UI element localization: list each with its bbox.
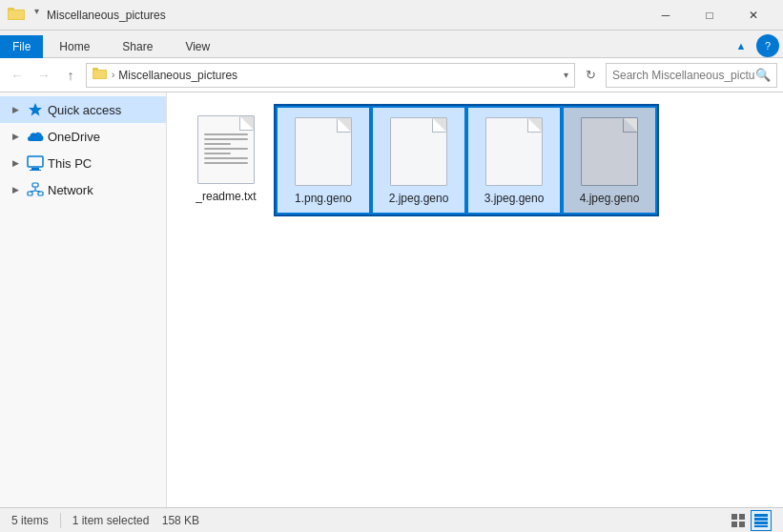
back-button[interactable]: ← <box>6 64 29 87</box>
address-dropdown-icon[interactable]: ▾ <box>564 70 568 80</box>
sidebar-item-label-onedrive: OneDrive <box>48 130 100 144</box>
network-icon <box>27 181 44 198</box>
svg-rect-18 <box>731 522 737 527</box>
svg-rect-19 <box>739 522 745 527</box>
status-item-count: 5 items <box>11 514 49 527</box>
status-separator-1 <box>60 513 61 528</box>
svg-rect-17 <box>739 514 745 520</box>
expand-icon-onedrive: ▶ <box>8 129 23 144</box>
file-icon-4jpeg <box>575 113 644 190</box>
address-folder-icon <box>93 67 108 83</box>
computer-icon <box>27 154 44 172</box>
svg-rect-16 <box>731 514 737 520</box>
search-bar[interactable]: 🔍 <box>606 63 777 88</box>
file-item-3jpeg[interactable]: 3.jpeg.geno <box>466 106 562 215</box>
up-button[interactable]: ↑ <box>59 64 82 87</box>
title-bar-controls: ─ □ ✕ <box>644 0 775 31</box>
help-button[interactable]: ? <box>756 34 779 57</box>
expand-icon-this-pc: ▶ <box>8 155 23 171</box>
svg-rect-23 <box>754 525 768 527</box>
minimize-button[interactable]: ─ <box>644 0 688 31</box>
svg-rect-11 <box>28 192 32 195</box>
refresh-button[interactable]: ↻ <box>579 64 602 87</box>
content-pane: _readme.txt 1.png.geno 2.jpeg.geno <box>167 92 783 507</box>
status-bar: 5 items 1 item selected 158 KB <box>0 507 783 532</box>
close-button[interactable]: ✕ <box>731 0 775 31</box>
file-icon-readme <box>192 112 260 188</box>
svg-rect-4 <box>93 68 98 71</box>
title-bar-folder-icon <box>8 6 27 24</box>
svg-rect-7 <box>28 156 43 167</box>
sidebar-item-this-pc[interactable]: ▶ This PC <box>0 150 166 176</box>
address-bar-input[interactable]: › Miscellaneous_pictures ▾ <box>86 63 575 88</box>
txt-icon <box>197 115 255 184</box>
svg-rect-22 <box>754 522 768 524</box>
forward-button[interactable]: → <box>32 64 55 87</box>
maximize-button[interactable]: □ <box>688 0 731 31</box>
cloud-icon <box>27 128 44 145</box>
svg-line-14 <box>31 191 36 192</box>
svg-marker-6 <box>29 103 42 116</box>
search-input[interactable] <box>612 69 755 82</box>
address-bar: ← → ↑ › Miscellaneous_pictures ▾ ↻ 🔍 <box>0 58 783 92</box>
svg-rect-5 <box>93 71 106 78</box>
sidebar-item-label-network: Network <box>48 183 93 197</box>
sidebar-item-onedrive[interactable]: ▶ OneDrive <box>0 123 166 150</box>
search-icon: 🔍 <box>755 68 771 82</box>
file-name-3jpeg: 3.jpeg.geno <box>484 192 545 207</box>
file-icon-2jpeg <box>384 113 453 190</box>
file-name-4jpeg: 4.jpeg.geno <box>580 192 640 207</box>
file-name-2jpeg: 2.jpeg.geno <box>389 192 449 207</box>
tab-view[interactable]: View <box>169 35 226 58</box>
geno-icon-1 <box>295 117 352 186</box>
tab-file[interactable]: File <box>0 35 43 58</box>
geno-icon-3 <box>485 117 543 186</box>
star-icon <box>27 101 44 118</box>
file-icon-1png <box>289 113 358 190</box>
svg-rect-12 <box>38 192 43 195</box>
selection-group: 1.png.geno 2.jpeg.geno 3.jpeg.geno <box>274 104 659 216</box>
ribbon-tabs: File Home Share View ▲ ? <box>0 31 783 57</box>
address-text: Miscellaneous_pictures <box>118 69 560 82</box>
file-item-4jpeg[interactable]: 4.jpeg.geno <box>562 106 657 215</box>
file-item-2jpeg[interactable]: 2.jpeg.geno <box>371 106 466 215</box>
breadcrumb-chevron: › <box>112 70 114 80</box>
sidebar-item-label-quick-access: Quick access <box>48 103 121 117</box>
status-selected: 1 item selected 158 KB <box>72 514 199 527</box>
status-view-controls <box>728 510 772 531</box>
svg-line-15 <box>35 191 41 192</box>
tab-share[interactable]: Share <box>106 35 169 58</box>
expand-icon-network: ▶ <box>8 182 23 197</box>
sidebar-item-quick-access[interactable]: ▶ Quick access <box>0 96 166 123</box>
title-bar-minimize-icon: ▾ <box>34 6 39 24</box>
sidebar: ▶ Quick access ▶ OneDrive ▶ This PC ▶ <box>0 92 167 507</box>
view-grid-button[interactable] <box>728 510 749 531</box>
geno-icon-2 <box>390 117 447 186</box>
title-bar: ▾ Miscellaneous_pictures ─ □ ✕ <box>0 0 783 31</box>
file-icon-3jpeg <box>480 113 548 190</box>
ribbon-collapse-button[interactable]: ▲ <box>730 34 752 57</box>
file-name-1png: 1.png.geno <box>295 192 352 207</box>
sidebar-item-label-this-pc: This PC <box>48 156 92 171</box>
window-title: Miscellaneous_pictures <box>47 9 644 22</box>
svg-rect-21 <box>754 518 768 521</box>
svg-rect-9 <box>30 170 41 171</box>
file-item-1png[interactable]: 1.png.geno <box>276 106 371 215</box>
ribbon: File Home Share View ▲ ? <box>0 31 783 58</box>
file-item-readme[interactable]: _readme.txt <box>178 104 274 216</box>
svg-rect-8 <box>31 168 39 170</box>
main-area: ▶ Quick access ▶ OneDrive ▶ This PC ▶ <box>0 92 783 507</box>
geno-icon-4 <box>581 117 638 186</box>
files-grid: _readme.txt 1.png.geno 2.jpeg.geno <box>178 104 772 216</box>
svg-rect-20 <box>754 514 768 517</box>
view-list-button[interactable] <box>751 510 772 531</box>
title-bar-icons: ▾ <box>8 6 39 24</box>
svg-rect-10 <box>32 183 38 187</box>
tab-home[interactable]: Home <box>43 35 106 58</box>
sidebar-item-network[interactable]: ▶ Network <box>0 176 166 203</box>
svg-rect-2 <box>9 10 24 19</box>
expand-icon-quick-access: ▶ <box>8 102 23 117</box>
file-name-readme: _readme.txt <box>196 190 256 205</box>
